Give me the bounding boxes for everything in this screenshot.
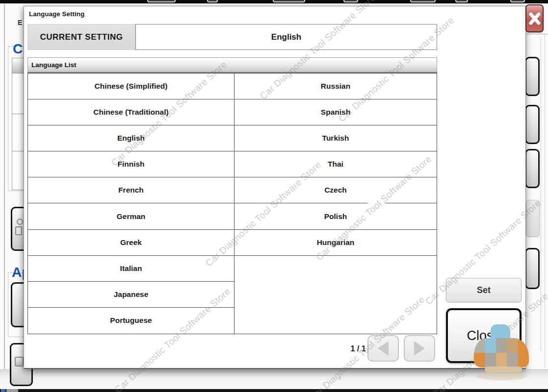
language-option[interactable]: Spanish [235, 99, 437, 125]
next-page-button[interactable] [404, 335, 435, 362]
language-option[interactable]: Japanese [28, 282, 234, 308]
language-option[interactable]: Turkish [235, 125, 437, 151]
store-logo-base [485, 367, 522, 372]
key-icon [17, 219, 23, 225]
page-indicator: 1 / 1 [346, 342, 370, 356]
language-list-header: Language List [27, 57, 437, 73]
top-tab-mark [273, 0, 305, 2]
language-option[interactable]: German [28, 203, 234, 229]
taskbar-item-fragment [6, 389, 18, 392]
current-language-value: English [135, 24, 437, 50]
arrow-left-icon [378, 341, 389, 356]
top-tab-mark [147, 0, 176, 2]
logo-reflection [477, 372, 526, 380]
set-button[interactable]: Set [446, 278, 522, 302]
language-option-empty [235, 256, 437, 334]
language-option[interactable]: Russian [235, 74, 437, 99]
divider-line [526, 34, 548, 34]
window-bottom-strip [0, 369, 548, 389]
groupbox-edge-right [541, 37, 541, 351]
top-tab-mark [207, 0, 218, 2]
top-tab-mark [343, 0, 358, 2]
language-option[interactable]: Greek [28, 230, 234, 256]
top-tab-mark [510, 0, 525, 2]
window-frame-right [545, 34, 545, 368]
background-partial-text: E [18, 19, 22, 26]
language-option[interactable]: French [28, 177, 234, 203]
cursor-artifact [367, 200, 385, 209]
language-option[interactable]: Czech [235, 177, 437, 203]
language-option[interactable]: Thai [235, 151, 437, 177]
window-close-button[interactable] [525, 4, 544, 32]
language-option[interactable]: Chinese (Simplified) [28, 74, 234, 99]
language-option[interactable]: Portuguese [28, 308, 234, 334]
language-setting-dialog: Language Setting CURRENT SETTING English… [24, 6, 526, 369]
background-side-button[interactable] [525, 57, 540, 96]
language-column-left: Chinese (Simplified) Chinese (Traditiona… [28, 74, 235, 334]
dialog-title: Language Setting [29, 10, 84, 18]
window-frame-left [4, 4, 5, 389]
key-icon-body [15, 226, 22, 235]
language-option[interactable]: Chinese (Traditional) [28, 99, 234, 125]
previous-page-button[interactable] [367, 335, 399, 362]
background-side-button[interactable] [525, 248, 540, 289]
language-column-right: Russian Spanish Turkish Thai Czech Polis… [235, 74, 437, 334]
language-option[interactable]: Finnish [28, 151, 234, 177]
language-option[interactable]: English [28, 125, 234, 151]
current-setting-label: CURRENT SETTING [27, 24, 135, 50]
language-option[interactable]: Hungarian [235, 230, 437, 256]
printer-icon [15, 357, 24, 367]
store-logo-pixelated [474, 338, 529, 368]
language-option[interactable]: Italian [28, 256, 234, 282]
taskbar-start-fragment [1, 389, 5, 392]
close-x-icon [528, 10, 541, 27]
arrow-right-icon [414, 341, 425, 356]
top-tab-mark [455, 0, 468, 2]
background-section-heading-top: C [13, 41, 23, 57]
background-side-button[interactable] [525, 105, 540, 144]
taskbar-edge [0, 389, 548, 392]
background-side-button[interactable] [526, 200, 540, 237]
top-tab-mark [410, 0, 436, 2]
language-option[interactable]: Polish [235, 203, 437, 229]
background-side-button[interactable] [525, 149, 540, 188]
